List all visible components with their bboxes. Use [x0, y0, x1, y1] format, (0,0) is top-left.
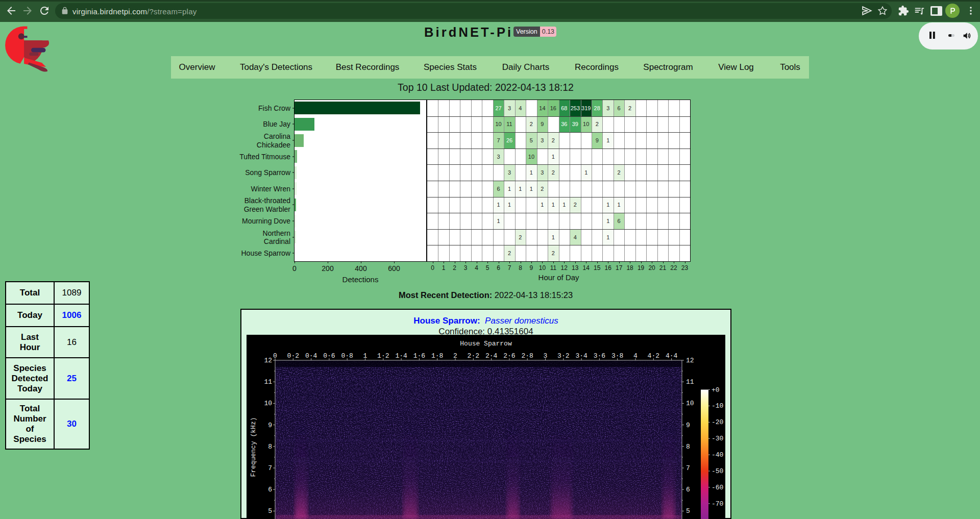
svg-text:-60: -60	[712, 484, 723, 491]
svg-text:Frequency (kHz): Frequency (kHz)	[250, 417, 257, 477]
svg-text:9: 9	[268, 422, 272, 429]
svg-text:-70: -70	[712, 500, 723, 508]
svg-text:5: 5	[686, 507, 690, 515]
svg-text:7: 7	[686, 464, 690, 472]
svg-text:10: 10	[686, 400, 694, 407]
svg-text:11: 11	[686, 378, 694, 386]
svg-text:5: 5	[268, 507, 272, 515]
svg-text:6: 6	[686, 486, 690, 493]
svg-text:11: 11	[264, 378, 272, 386]
svg-text:-40: -40	[712, 451, 723, 459]
svg-text:-20: -20	[712, 418, 723, 426]
svg-text:-50: -50	[712, 467, 723, 475]
svg-text:7: 7	[268, 464, 272, 472]
svg-text:6: 6	[268, 486, 272, 493]
svg-text:10: 10	[264, 400, 272, 407]
svg-text:-30: -30	[712, 435, 723, 442]
svg-text:8: 8	[268, 443, 272, 451]
svg-text:12: 12	[686, 357, 694, 364]
svg-text:9: 9	[686, 422, 690, 429]
svg-text:12: 12	[264, 357, 272, 364]
svg-text:-10: -10	[712, 402, 723, 410]
svg-text:House Sparrow: House Sparrow	[460, 340, 512, 348]
svg-text:8: 8	[686, 443, 690, 451]
svg-text:+0: +0	[712, 386, 720, 394]
